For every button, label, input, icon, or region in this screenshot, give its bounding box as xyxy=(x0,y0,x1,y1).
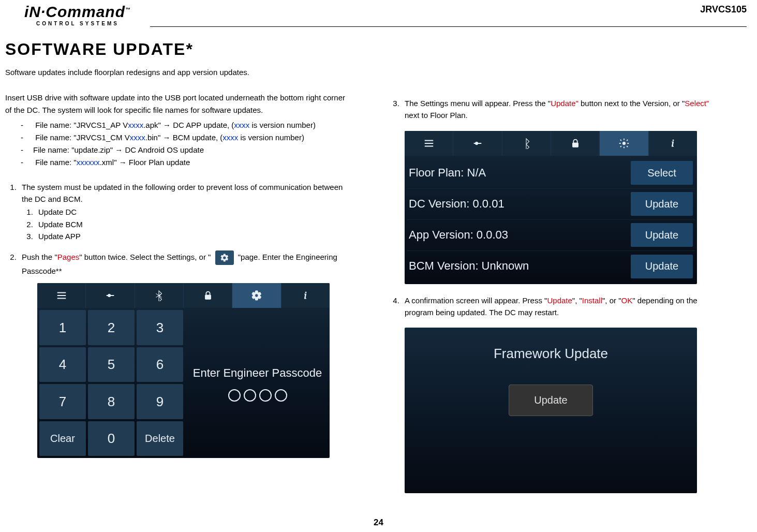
update-button[interactable]: Update xyxy=(631,192,693,216)
passcode-dots xyxy=(228,389,287,402)
svg-rect-1 xyxy=(205,295,211,299)
file-item: File name: "JRVCS1_AP Vxxxx.apk" → DC AP… xyxy=(21,119,352,131)
tab-lock-icon[interactable] xyxy=(184,283,232,308)
model-number: JRVCS105 xyxy=(700,4,747,15)
row-label: App Version: 0.0.03 xyxy=(409,226,508,244)
screenshot-framework-update: Framework Update Update xyxy=(405,328,697,493)
settings-row-dc: DC Version: 0.0.01 Update xyxy=(407,189,695,220)
tab-bluetooth-icon[interactable] xyxy=(135,283,184,308)
intro-text: Software updates include floorplan redes… xyxy=(5,66,352,78)
screenshot-passcode: i 1 2 3 4 5 6 7 8 9 Clear xyxy=(37,283,330,458)
settings-list: Floor Plan: N/A Select DC Version: 0.0.0… xyxy=(405,156,697,284)
key-1[interactable]: 1 xyxy=(39,310,86,345)
key-4[interactable]: 4 xyxy=(39,347,86,382)
tab-bluetooth-icon[interactable] xyxy=(502,131,551,156)
select-button[interactable]: Select xyxy=(631,161,693,185)
key-2[interactable]: 2 xyxy=(88,310,135,345)
step-1: The system must be updated in the follow… xyxy=(19,181,352,242)
tab-info-icon[interactable]: i xyxy=(281,283,330,308)
svg-point-5 xyxy=(622,142,626,145)
update-button[interactable]: Update xyxy=(631,223,693,247)
framework-update-button[interactable]: Update xyxy=(509,385,593,416)
step-3: The Settings menu will appear. Press the… xyxy=(402,97,724,284)
page-title: SOFTWARE UPDATE* xyxy=(5,40,752,59)
passcode-prompt-text: Enter Engineer Passcode xyxy=(193,364,322,382)
step-2: Push the "Pages" button twice. Select th… xyxy=(19,250,352,458)
tab-slider-icon[interactable] xyxy=(86,283,135,308)
key-7[interactable]: 7 xyxy=(39,384,86,419)
file-item: File name: "update.zip" → DC Android OS … xyxy=(21,144,352,156)
key-6[interactable]: 6 xyxy=(137,347,183,382)
settings-row-bcm: BCM Version: Unknown Update xyxy=(407,251,695,282)
tab-lock-icon[interactable] xyxy=(551,131,600,156)
screenshot-settings: i Floor Plan: N/A Select DC Version: 0.0… xyxy=(405,131,697,284)
topbar: i xyxy=(405,131,697,156)
row-label: Floor Plan: N/A xyxy=(409,164,486,182)
tab-menu-icon[interactable] xyxy=(37,283,86,308)
key-0[interactable]: 0 xyxy=(88,421,135,456)
svg-text:i: i xyxy=(304,291,307,301)
logo-main: iN·Command™ xyxy=(13,4,142,20)
row-label: DC Version: 0.0.01 xyxy=(409,195,504,213)
tab-slider-icon[interactable] xyxy=(453,131,502,156)
insert-text: Insert USB drive with software update in… xyxy=(5,92,352,116)
svg-point-0 xyxy=(108,294,111,298)
row-label: BCM Version: Unknown xyxy=(409,257,529,275)
header-divider xyxy=(150,26,747,27)
svg-point-3 xyxy=(475,142,478,145)
key-5[interactable]: 5 xyxy=(88,347,135,382)
framework-update-title: Framework Update xyxy=(494,343,608,364)
step-1-sub: Update BCM xyxy=(35,218,352,230)
gear-icon xyxy=(215,250,234,265)
file-item: File name: "JRVCS1_CM Vxxxx.bin" → BCM u… xyxy=(21,131,352,144)
key-8[interactable]: 8 xyxy=(88,384,135,419)
tab-settings-icon[interactable] xyxy=(600,131,648,156)
passcode-prompt: Enter Engineer Passcode xyxy=(185,308,330,458)
update-button[interactable]: Update xyxy=(631,255,693,278)
tab-menu-icon[interactable] xyxy=(405,131,453,156)
key-9[interactable]: 9 xyxy=(137,384,183,419)
tab-settings-icon[interactable] xyxy=(232,283,281,308)
logo-sub: CONTROL SYSTEMS xyxy=(13,21,142,26)
step-4: A confirmation screen will appear. Press… xyxy=(402,294,724,494)
file-name-list: File name: "JRVCS1_AP Vxxxx.apk" → DC AP… xyxy=(5,119,352,169)
keypad: 1 2 3 4 5 6 7 8 9 Clear 0 Delete xyxy=(37,308,185,458)
key-delete[interactable]: Delete xyxy=(137,421,183,456)
page-number: 24 xyxy=(374,518,383,528)
step-1-sub: Update DC xyxy=(35,206,352,218)
step-1-sub: Update APP xyxy=(35,230,352,242)
key-3[interactable]: 3 xyxy=(137,310,183,345)
tab-info-icon[interactable]: i xyxy=(649,131,697,156)
settings-row-floorplan: Floor Plan: N/A Select xyxy=(407,158,695,189)
key-clear[interactable]: Clear xyxy=(39,421,86,456)
svg-rect-4 xyxy=(572,143,578,147)
settings-row-app: App Version: 0.0.03 Update xyxy=(407,220,695,251)
svg-text:i: i xyxy=(672,138,674,149)
topbar: i xyxy=(37,283,330,308)
logo: iN·Command™ CONTROL SYSTEMS xyxy=(5,4,142,26)
file-item: File name: "xxxxxx.xml" → Floor Plan upd… xyxy=(21,156,352,169)
